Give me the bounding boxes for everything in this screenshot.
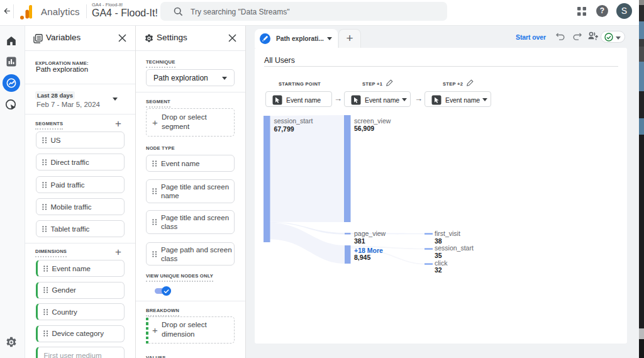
svg-text:67,799: 67,799 [274, 125, 294, 133]
svg-text:first_visit: first_visit [435, 230, 460, 237]
svg-text:38: 38 [435, 237, 442, 245]
svg-text:session_start: session_start [435, 244, 474, 252]
svg-text:page_view: page_view [354, 230, 386, 237]
svg-text:56,909: 56,909 [354, 125, 374, 132]
svg-text:8,945: 8,945 [354, 254, 370, 261]
svg-text:session_start: session_start [274, 117, 313, 125]
svg-text:screen_view: screen_view [354, 117, 391, 125]
svg-text:381: 381 [354, 237, 365, 245]
svg-text:32: 32 [435, 266, 442, 274]
svg-text:35: 35 [435, 252, 442, 259]
